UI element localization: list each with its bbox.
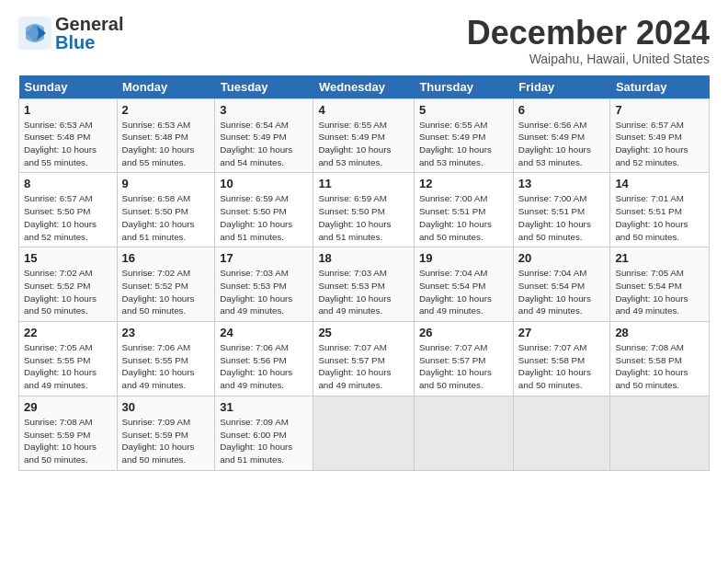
day-number: 2 (122, 103, 210, 117)
day-info: Sunrise: 7:05 AM Sunset: 5:55 PM Dayligh… (24, 341, 112, 392)
location: Waipahu, Hawaii, United States (467, 52, 710, 66)
calendar-cell (313, 396, 415, 470)
calendar-cell: 24Sunrise: 7:06 AM Sunset: 5:56 PM Dayli… (215, 322, 313, 396)
day-info: Sunrise: 6:53 AM Sunset: 5:48 PM Dayligh… (24, 119, 112, 169)
day-info: Sunrise: 7:04 AM Sunset: 5:54 PM Dayligh… (419, 267, 508, 317)
week-row-4: 22Sunrise: 7:05 AM Sunset: 5:55 PM Dayli… (19, 322, 710, 396)
day-number: 12 (419, 177, 508, 190)
calendar-body: 1Sunrise: 6:53 AM Sunset: 5:48 PM Daylig… (19, 98, 710, 470)
calendar-cell: 22Sunrise: 7:05 AM Sunset: 5:55 PM Dayli… (19, 322, 118, 396)
calendar-cell: 19Sunrise: 7:04 AM Sunset: 5:54 PM Dayli… (414, 247, 513, 322)
day-number: 21 (615, 251, 704, 265)
day-number: 24 (220, 326, 308, 339)
calendar-cell: 28Sunrise: 7:08 AM Sunset: 5:58 PM Dayli… (610, 322, 710, 396)
calendar-cell: 20Sunrise: 7:04 AM Sunset: 5:54 PM Dayli… (513, 247, 610, 322)
calendar-cell: 29Sunrise: 7:08 AM Sunset: 5:59 PM Dayli… (19, 396, 118, 470)
calendar-cell: 15Sunrise: 7:02 AM Sunset: 5:52 PM Dayli… (19, 247, 118, 322)
day-info: Sunrise: 7:07 AM Sunset: 5:58 PM Dayligh… (518, 341, 606, 392)
day-info: Sunrise: 6:58 AM Sunset: 5:50 PM Dayligh… (122, 192, 210, 243)
col-header-thursday: Thursday (414, 75, 513, 99)
calendar-cell: 9Sunrise: 6:58 AM Sunset: 5:50 PM Daylig… (117, 173, 215, 247)
day-info: Sunrise: 7:02 AM Sunset: 5:52 PM Dayligh… (122, 267, 210, 317)
calendar-cell: 21Sunrise: 7:05 AM Sunset: 5:54 PM Dayli… (610, 247, 710, 322)
calendar-cell: 18Sunrise: 7:03 AM Sunset: 5:53 PM Dayli… (313, 247, 415, 322)
calendar-cell: 16Sunrise: 7:02 AM Sunset: 5:52 PM Dayli… (117, 247, 215, 322)
day-number: 28 (615, 326, 704, 339)
day-info: Sunrise: 7:09 AM Sunset: 5:59 PM Dayligh… (122, 416, 210, 466)
day-info: Sunrise: 6:57 AM Sunset: 5:50 PM Dayligh… (24, 192, 112, 243)
logo: General Blue (18, 15, 123, 52)
day-info: Sunrise: 6:59 AM Sunset: 5:50 PM Dayligh… (318, 192, 409, 243)
day-info: Sunrise: 6:56 AM Sunset: 5:49 PM Dayligh… (518, 119, 606, 169)
day-info: Sunrise: 7:09 AM Sunset: 6:00 PM Dayligh… (220, 416, 308, 466)
week-row-2: 8Sunrise: 6:57 AM Sunset: 5:50 PM Daylig… (19, 173, 710, 247)
day-number: 10 (220, 177, 308, 190)
day-number: 9 (122, 177, 210, 190)
day-number: 15 (24, 251, 112, 265)
col-header-friday: Friday (513, 75, 610, 99)
day-number: 29 (24, 400, 112, 414)
day-number: 31 (220, 400, 308, 414)
day-info: Sunrise: 7:01 AM Sunset: 5:51 PM Dayligh… (615, 192, 704, 243)
calendar-cell: 23Sunrise: 7:06 AM Sunset: 5:55 PM Dayli… (117, 322, 215, 396)
calendar-cell: 17Sunrise: 7:03 AM Sunset: 5:53 PM Dayli… (215, 247, 313, 322)
calendar-cell: 3Sunrise: 6:54 AM Sunset: 5:49 PM Daylig… (215, 98, 313, 173)
day-info: Sunrise: 7:08 AM Sunset: 5:59 PM Dayligh… (24, 416, 112, 466)
day-number: 8 (24, 177, 112, 190)
calendar-cell: 11Sunrise: 6:59 AM Sunset: 5:50 PM Dayli… (313, 173, 415, 247)
calendar-cell: 13Sunrise: 7:00 AM Sunset: 5:51 PM Dayli… (513, 173, 610, 247)
day-number: 30 (122, 400, 210, 414)
calendar-cell: 4Sunrise: 6:55 AM Sunset: 5:49 PM Daylig… (313, 98, 415, 173)
calendar-cell: 27Sunrise: 7:07 AM Sunset: 5:58 PM Dayli… (513, 322, 610, 396)
calendar-cell: 1Sunrise: 6:53 AM Sunset: 5:48 PM Daylig… (19, 98, 118, 173)
day-info: Sunrise: 6:57 AM Sunset: 5:49 PM Dayligh… (615, 119, 704, 169)
col-header-tuesday: Tuesday (215, 75, 313, 99)
calendar-cell: 12Sunrise: 7:00 AM Sunset: 5:51 PM Dayli… (414, 173, 513, 247)
calendar-cell: 7Sunrise: 6:57 AM Sunset: 5:49 PM Daylig… (610, 98, 710, 173)
day-number: 18 (318, 251, 409, 265)
calendar-cell: 31Sunrise: 7:09 AM Sunset: 6:00 PM Dayli… (215, 396, 313, 470)
day-number: 27 (518, 326, 606, 339)
day-info: Sunrise: 7:06 AM Sunset: 5:55 PM Dayligh… (122, 341, 210, 392)
logo-icon (18, 17, 51, 50)
day-number: 22 (24, 326, 112, 339)
calendar-cell: 10Sunrise: 6:59 AM Sunset: 5:50 PM Dayli… (215, 173, 313, 247)
day-number: 26 (419, 326, 508, 339)
day-number: 7 (615, 103, 704, 117)
calendar-table: SundayMondayTuesdayWednesdayThursdayFrid… (18, 75, 710, 471)
day-info: Sunrise: 6:55 AM Sunset: 5:49 PM Dayligh… (419, 119, 508, 169)
day-number: 13 (518, 177, 606, 190)
col-header-monday: Monday (117, 75, 215, 99)
calendar-cell: 30Sunrise: 7:09 AM Sunset: 5:59 PM Dayli… (117, 396, 215, 470)
calendar-cell: 26Sunrise: 7:07 AM Sunset: 5:57 PM Dayli… (414, 322, 513, 396)
day-number: 25 (318, 326, 409, 339)
calendar-cell: 25Sunrise: 7:07 AM Sunset: 5:57 PM Dayli… (313, 322, 415, 396)
calendar-cell (414, 396, 513, 470)
day-info: Sunrise: 7:00 AM Sunset: 5:51 PM Dayligh… (518, 192, 606, 243)
day-number: 3 (220, 103, 308, 117)
week-row-1: 1Sunrise: 6:53 AM Sunset: 5:48 PM Daylig… (19, 98, 710, 173)
day-number: 6 (518, 103, 606, 117)
day-number: 1 (24, 103, 112, 117)
day-number: 16 (122, 251, 210, 265)
day-info: Sunrise: 7:07 AM Sunset: 5:57 PM Dayligh… (318, 341, 409, 392)
day-number: 5 (419, 103, 508, 117)
col-header-wednesday: Wednesday (313, 75, 415, 99)
day-info: Sunrise: 6:54 AM Sunset: 5:49 PM Dayligh… (220, 119, 308, 169)
week-row-5: 29Sunrise: 7:08 AM Sunset: 5:59 PM Dayli… (19, 396, 710, 470)
day-number: 14 (615, 177, 704, 190)
day-info: Sunrise: 7:05 AM Sunset: 5:54 PM Dayligh… (615, 267, 704, 317)
day-info: Sunrise: 7:08 AM Sunset: 5:58 PM Dayligh… (615, 341, 704, 392)
day-number: 19 (419, 251, 508, 265)
day-info: Sunrise: 7:06 AM Sunset: 5:56 PM Dayligh… (220, 341, 308, 392)
day-info: Sunrise: 7:00 AM Sunset: 5:51 PM Dayligh… (419, 192, 508, 243)
calendar-cell: 14Sunrise: 7:01 AM Sunset: 5:51 PM Dayli… (610, 173, 710, 247)
day-info: Sunrise: 7:03 AM Sunset: 5:53 PM Dayligh… (220, 267, 308, 317)
day-info: Sunrise: 7:07 AM Sunset: 5:57 PM Dayligh… (419, 341, 508, 392)
day-info: Sunrise: 7:04 AM Sunset: 5:54 PM Dayligh… (518, 267, 606, 317)
day-number: 23 (122, 326, 210, 339)
day-number: 4 (318, 103, 409, 117)
week-row-3: 15Sunrise: 7:02 AM Sunset: 5:52 PM Dayli… (19, 247, 710, 322)
col-header-saturday: Saturday (610, 75, 710, 99)
day-info: Sunrise: 7:02 AM Sunset: 5:52 PM Dayligh… (24, 267, 112, 317)
